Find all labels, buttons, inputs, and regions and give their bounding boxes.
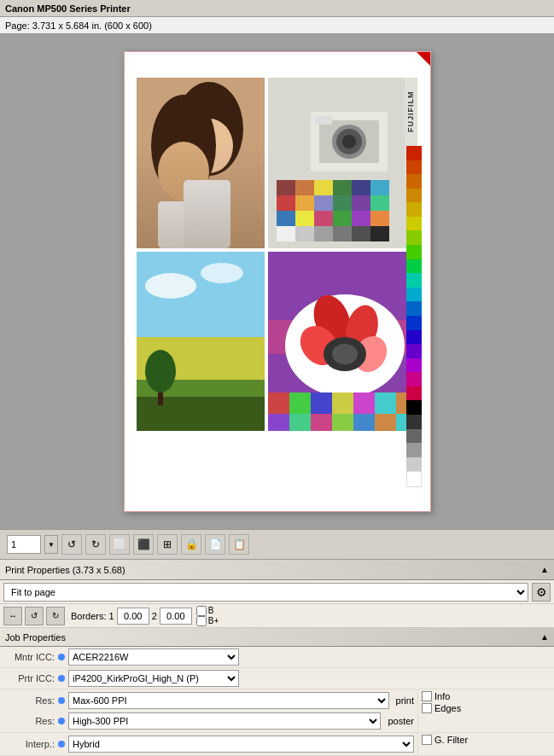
svg-rect-63 [375,393,396,414]
svg-point-43 [201,263,243,283]
res1-label: Res: [3,695,55,706]
svg-rect-58 [268,393,289,414]
svg-rect-46 [137,397,265,431]
svg-point-12 [342,135,356,148]
svg-rect-24 [333,195,352,211]
b-checkbox[interactable] [196,606,207,616]
svg-rect-66 [289,414,311,431]
bplus-checkbox[interactable] [196,616,207,626]
svg-rect-25 [352,195,370,211]
mntr-icc-dot [58,654,65,660]
photo-1 [137,78,265,248]
b-checkbox-label[interactable]: B [196,606,219,616]
svg-point-57 [332,344,358,364]
copy-btn[interactable]: ⬜ [109,534,130,555]
info-checkbox[interactable] [422,691,432,701]
res2-label: Res: [3,716,55,726]
svg-point-48 [145,350,176,393]
grid-btn[interactable]: ⊞ [157,534,178,555]
page-dropdown-btn[interactable]: ▼ [44,535,58,554]
mntr-icc-row: Mntr ICC: ACER2216W [0,647,554,668]
edges-checkbox[interactable] [422,703,432,713]
paper-corner [417,52,430,66]
mntr-icc-select[interactable]: ACER2216W [68,648,239,666]
svg-rect-69 [353,414,375,431]
fit-to-page-select[interactable]: Fit to page [3,583,528,602]
svg-rect-70 [375,414,396,431]
mntr-icc-label: Mntr ICC: [3,652,55,662]
poster-label: poster [388,716,414,726]
svg-rect-67 [311,414,332,431]
svg-rect-20 [370,180,389,195]
borders-row: ↔ ↺ ↻ Borders: 1 2 B B+ [0,604,554,628]
prtr-icc-select[interactable]: iP4200_KirkProGl_High_N (P) [68,670,239,687]
res2-dot [58,718,65,724]
res2-inner: Res: High-300 PPI poster [3,712,414,730]
borders-icon-btn-2[interactable]: ↺ [25,607,44,625]
borders-num1: 1 [109,611,114,621]
toolbar: 1 ▼ ↺ ↻ ⬜ ⬛ ⊞ 🔒 📄 📋 [0,529,554,560]
info-option-row: Info [422,691,551,701]
svg-rect-29 [314,211,333,226]
fujifilm-label: FUJIFILM [406,78,422,146]
svg-rect-18 [333,180,352,195]
interp-label: Interp.: [3,739,55,749]
res2-select[interactable]: High-300 PPI [68,712,381,730]
back-btn[interactable]: ↺ [61,534,82,555]
gfilter-label: G. Filter [434,735,468,745]
borders-icon-btn-1[interactable]: ↔ [3,607,22,625]
page-info-bar: Page: 3.731 x 5.684 in. (600 x 600) [0,17,554,34]
canvas-area: FUJIFILM [0,34,554,529]
photo-3-svg [137,252,265,431]
paste-btn[interactable]: ⬛ [133,534,154,555]
photo-3 [137,252,265,431]
svg-rect-27 [277,211,295,226]
job-properties-collapse[interactable]: ▲ [540,632,549,642]
svg-rect-68 [332,414,353,431]
color-blocks [406,146,422,487]
svg-rect-23 [314,195,333,211]
res1-select[interactable]: Max-600 PPI [68,692,389,709]
bplus-checkbox-label[interactable]: B+ [196,616,219,626]
prtr-icc-label: Prtr ICC: [3,673,55,683]
prop-right-1: Info Edges [417,689,554,732]
svg-rect-30 [333,211,352,226]
borders-label: Borders: [71,611,107,621]
page-number-input[interactable]: 1 [7,535,41,554]
interp-row: Interp.: Hybrid G. Filter [0,733,554,756]
svg-rect-15 [277,180,295,195]
svg-rect-32 [370,211,389,226]
gfilter-checkbox[interactable] [422,735,432,745]
interp-select[interactable]: Hybrid [68,736,414,753]
prop-left-1: Res: Max-600 PPI print Res: High-300 PPI… [0,689,417,732]
collapse-arrow[interactable]: ▲ [540,565,549,574]
svg-rect-59 [289,393,311,414]
file2-btn[interactable]: 📋 [229,534,249,555]
borders-num2: 2 [152,611,157,621]
edges-label: Edges [434,703,461,713]
photo-4-svg [268,252,417,431]
paper: FUJIFILM [124,51,431,512]
prop-right-2: G. Filter [417,733,554,755]
image-grid: FUJIFILM [137,78,417,431]
gear-button[interactable]: ⚙ [532,583,551,602]
job-properties-header: Job Properties ▲ [0,628,554,647]
lock-btn[interactable]: 🔒 [181,534,201,555]
svg-point-42 [145,273,196,299]
svg-rect-62 [353,393,375,414]
svg-rect-13 [315,116,332,125]
res1-inner: Res: Max-600 PPI print [3,691,414,710]
svg-rect-38 [370,226,389,241]
svg-rect-61 [332,393,353,414]
svg-rect-17 [314,180,333,195]
page-info-text: Page: 3.731 x 5.684 in. (600 x 600) [5,20,152,31]
borders-input-1[interactable] [117,608,149,625]
borders-icon-btn-3[interactable]: ↻ [46,607,65,625]
borders-input-2[interactable] [160,608,192,625]
svg-rect-37 [352,226,370,241]
file-btn[interactable]: 📄 [205,534,225,555]
svg-rect-26 [370,195,389,211]
forward-btn[interactable]: ↻ [85,534,106,555]
svg-rect-36 [333,226,352,241]
svg-rect-22 [295,195,314,211]
